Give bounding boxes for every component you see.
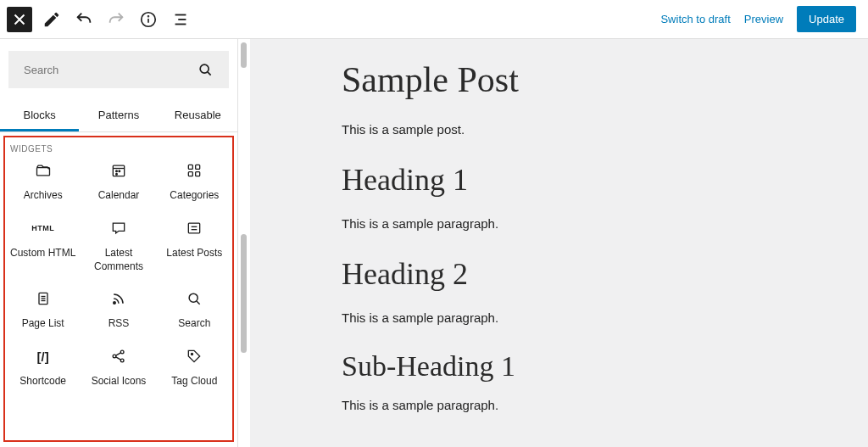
latest-posts-icon <box>186 220 203 237</box>
paragraph-block[interactable]: This is a sample post. <box>342 122 868 137</box>
tab-blocks[interactable]: Blocks <box>0 98 79 131</box>
search-box[interactable] <box>8 51 229 88</box>
svg-rect-18 <box>189 223 200 233</box>
svg-line-32 <box>116 357 121 360</box>
archives-icon <box>35 162 52 179</box>
tab-reusable[interactable]: Reusable <box>159 98 237 131</box>
search-input[interactable] <box>24 64 151 76</box>
block-rss[interactable]: RSS <box>81 288 156 331</box>
widgets-grid: Archives Calendar Categories HTML Custom… <box>5 160 232 388</box>
svg-point-6 <box>200 64 209 73</box>
block-label: Latest Posts <box>163 247 225 260</box>
paragraph-block[interactable]: This is a sample paragraph. <box>342 310 868 325</box>
block-tag-cloud[interactable]: Tag Cloud <box>157 346 232 388</box>
svg-point-13 <box>116 173 118 175</box>
block-search[interactable]: Search <box>157 288 232 331</box>
scroll-thumb[interactable] <box>241 42 247 68</box>
search-block-icon <box>186 290 203 307</box>
pencil-icon <box>42 10 61 29</box>
inserter-tabs: Blocks Patterns Reusable <box>0 98 237 132</box>
outline-button[interactable] <box>168 7 193 32</box>
editor-workspace: Blocks Patterns Reusable WIDGETS Archive… <box>0 39 868 447</box>
list-view-icon <box>171 10 190 29</box>
svg-point-11 <box>116 170 118 172</box>
page-list-icon <box>35 290 52 307</box>
block-inserter-panel: Blocks Patterns Reusable WIDGETS Archive… <box>0 39 238 447</box>
svg-rect-17 <box>196 172 200 176</box>
undo-icon <box>75 10 93 29</box>
svg-point-30 <box>120 359 124 362</box>
sidebar-scrollbar[interactable] <box>238 39 250 447</box>
block-label: Archives <box>20 189 66 203</box>
block-archives[interactable]: Archives <box>5 160 81 203</box>
block-custom-html[interactable]: HTML Custom HTML <box>5 218 81 273</box>
edit-button[interactable] <box>39 7 64 32</box>
block-social-icons[interactable]: Social Icons <box>81 346 156 388</box>
html-icon: HTML <box>33 218 53 238</box>
block-label: Social Icons <box>88 375 150 388</box>
editor-canvas[interactable]: Sample Post This is a sample post. Headi… <box>250 39 868 447</box>
svg-point-2 <box>148 15 149 16</box>
block-label: Page List <box>19 317 68 331</box>
block-label: RSS <box>105 317 133 331</box>
redo-button[interactable] <box>103 7 129 32</box>
heading-block[interactable]: Heading 2 <box>342 256 868 292</box>
svg-point-12 <box>119 170 120 172</box>
widgets-heading: WIDGETS <box>5 141 232 160</box>
categories-icon <box>186 162 203 179</box>
shortcode-icon: [/] <box>33 346 53 366</box>
search-wrap <box>0 39 237 88</box>
rss-icon <box>110 290 127 307</box>
block-label: Shortcode <box>16 375 70 388</box>
svg-rect-14 <box>189 165 193 169</box>
close-inserter-button[interactable] <box>7 7 32 32</box>
undo-button[interactable] <box>71 7 97 32</box>
post-title[interactable]: Sample Post <box>342 59 868 100</box>
svg-point-29 <box>120 350 124 354</box>
svg-rect-16 <box>189 172 193 176</box>
scroll-thumb[interactable] <box>241 234 247 353</box>
info-button[interactable] <box>136 7 161 32</box>
widgets-panel: WIDGETS Archives Calendar Categories HTM… <box>3 136 234 442</box>
block-latest-comments[interactable]: Latest Comments <box>81 218 156 273</box>
redo-icon <box>107 10 125 29</box>
svg-rect-15 <box>196 165 200 169</box>
info-icon <box>139 10 158 29</box>
calendar-icon <box>110 162 127 179</box>
block-label: Calendar <box>95 189 143 203</box>
block-label: Tag Cloud <box>168 375 220 388</box>
block-calendar[interactable]: Calendar <box>81 160 156 203</box>
block-latest-posts[interactable]: Latest Posts <box>157 218 232 273</box>
block-label: Latest Comments <box>91 247 147 273</box>
block-categories[interactable]: Categories <box>157 160 232 203</box>
block-label: Custom HTML <box>7 247 79 260</box>
svg-point-33 <box>192 354 193 355</box>
search-icon <box>197 61 214 78</box>
svg-point-28 <box>113 355 116 358</box>
toolbar-left <box>7 7 200 32</box>
tab-patterns[interactable]: Patterns <box>79 98 158 131</box>
paragraph-block[interactable]: This is a sample paragraph. <box>342 216 868 231</box>
block-label: Search <box>175 317 214 331</box>
svg-point-26 <box>189 293 198 302</box>
switch-to-draft-link[interactable]: Switch to draft <box>660 13 730 25</box>
svg-line-7 <box>208 72 211 75</box>
svg-line-31 <box>116 353 121 355</box>
tag-icon <box>186 348 203 365</box>
heading-block[interactable]: Heading 1 <box>342 162 868 198</box>
svg-point-25 <box>114 302 116 305</box>
comment-icon <box>110 220 127 237</box>
block-shortcode[interactable]: [/] Shortcode <box>5 346 81 388</box>
block-page-list[interactable]: Page List <box>5 288 81 331</box>
block-label: Categories <box>166 189 222 203</box>
paragraph-block[interactable]: This is a sample paragraph. <box>342 398 868 412</box>
editor-top-bar: Switch to draft Preview Update <box>0 0 868 39</box>
svg-rect-8 <box>36 168 49 176</box>
preview-link[interactable]: Preview <box>744 13 783 25</box>
toolbar-right: Switch to draft Preview Update <box>660 6 861 32</box>
update-button[interactable]: Update <box>797 6 856 32</box>
close-icon <box>10 10 29 29</box>
heading-block[interactable]: Sub-Heading 1 <box>342 350 868 383</box>
share-icon <box>110 348 127 365</box>
svg-line-27 <box>197 301 200 305</box>
